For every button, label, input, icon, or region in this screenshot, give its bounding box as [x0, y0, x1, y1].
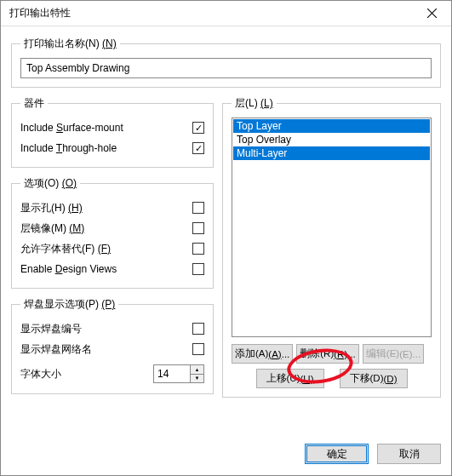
printout-name-input[interactable] [20, 58, 432, 78]
close-button[interactable] [413, 1, 451, 26]
name-group: 打印输出名称(N) (N) [11, 37, 441, 88]
pad-display-group: 焊盘显示选项(P) (P) 显示焊盘编号 显示焊盘网络名 字体大小 ▲ ▼ [11, 297, 214, 394]
show-pad-net-checkbox[interactable] [192, 343, 204, 355]
layers-listbox[interactable]: Top LayerTop OverlayMulti-Layer [232, 118, 432, 337]
ok-button[interactable]: 确定 [305, 444, 369, 464]
move-up-button[interactable]: 上移(U) (U) [256, 369, 324, 388]
font-substitution-checkbox[interactable] [192, 243, 204, 255]
mirror-layers-checkbox[interactable] [192, 222, 204, 234]
show-pad-number-label: 显示焊盘编号 [20, 322, 82, 336]
fontsize-input[interactable] [154, 365, 190, 382]
show-holes-label: 显示孔(H) (H) [20, 201, 83, 215]
fontsize-label: 字体大小 [20, 367, 61, 381]
fontsize-down-button[interactable]: ▼ [191, 375, 203, 383]
design-views-label: Enable Design Views [20, 263, 117, 275]
layers-group: 层(L) (L) Top LayerTop OverlayMulti-Layer… [222, 96, 441, 398]
close-icon [427, 9, 437, 18]
show-pad-number-checkbox[interactable] [192, 323, 204, 335]
fontsize-up-button[interactable]: ▲ [191, 365, 203, 375]
show-holes-checkbox[interactable] [192, 202, 204, 214]
layer-item[interactable]: Multi-Layer [233, 146, 430, 160]
name-legend: 打印输出名称(N) (N) [20, 37, 120, 51]
dialog-content: 打印输出名称(N) (N) 器件 Include Surface-mount I… [1, 26, 451, 433]
layer-item[interactable]: Top Layer [233, 119, 430, 133]
show-pad-net-label: 显示焊盘网络名 [20, 342, 92, 357]
design-views-checkbox[interactable] [192, 263, 204, 275]
options-legend: 选项(O) (O) [20, 176, 80, 191]
cancel-button[interactable]: 取消 [377, 444, 441, 464]
pad-display-legend: 焊盘显示选项(P) (P) [20, 297, 118, 312]
components-group: 器件 Include Surface-mount Include Through… [11, 96, 214, 168]
layer-item[interactable]: Top Overlay [233, 133, 430, 146]
font-substitution-label: 允许字体替代(F) (F) [20, 242, 111, 256]
edit-layer-button[interactable]: 编辑(E) (E)... [363, 344, 424, 364]
surface-mount-label: Include Surface-mount [20, 122, 123, 134]
mirror-layers-label: 层镜像(M) (M) [20, 221, 84, 236]
through-hole-checkbox[interactable] [192, 142, 204, 154]
add-layer-button[interactable]: 添加(A) (A)... [232, 344, 293, 364]
surface-mount-checkbox[interactable] [192, 122, 204, 134]
components-legend: 器件 [20, 96, 48, 111]
options-group: 选项(O) (O) 显示孔(H) (H) 层镜像(M) (M) 允许字体替代(F… [11, 176, 214, 289]
through-hole-label: Include Through-hole [20, 142, 117, 154]
remove-layer-button[interactable]: 删除(R) (R)... [296, 344, 359, 364]
layers-legend: 层(L) (L) [232, 96, 277, 111]
move-down-button[interactable]: 下移(D) (D) [340, 369, 408, 388]
fontsize-spinner[interactable]: ▲ ▼ [153, 364, 204, 383]
window-title: 打印输出特性 [9, 6, 71, 20]
titlebar: 打印输出特性 [1, 1, 451, 26]
dialog-footer: 确定 取消 [1, 433, 451, 474]
